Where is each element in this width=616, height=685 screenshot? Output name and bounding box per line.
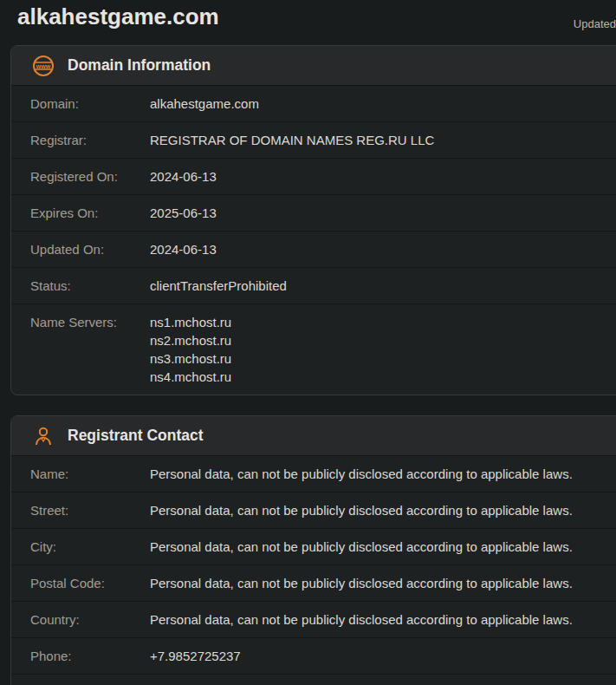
registrant-contact-title: Registrant Contact: [68, 427, 204, 445]
field-row: Country:Personal data, can not be public…: [11, 602, 616, 638]
field-value: ns1.mchost.ru ns2.mchost.ru ns3.mchost.r…: [150, 313, 231, 386]
domain-information-header: www Domain Information: [11, 46, 616, 86]
page-header: alkahestgame.com Updated: [0, 0, 616, 45]
field-label: Registrar:: [30, 131, 150, 149]
field-row: Postal Code:Personal data, can not be pu…: [11, 565, 616, 602]
field-row: Registered On:2024-06-13: [11, 159, 616, 195]
registrant-contact-rows: Name:Personal data, can not be publicly …: [11, 456, 616, 685]
field-value: alkahestgame.com: [150, 95, 259, 113]
field-row: Name:Personal data, can not be publicly …: [11, 456, 616, 493]
field-value: Personal data, can not be publicly discl…: [150, 538, 573, 556]
field-row: Updated On:2024-06-13: [11, 232, 616, 268]
field-row: Domain:alkahestgame.com: [11, 86, 616, 122]
field-label: City:: [30, 538, 150, 556]
field-value: Personal data, can not be publicly discl…: [150, 610, 573, 629]
field-value: REGISTRAR OF DOMAIN NAMES REG.RU LLC: [150, 131, 434, 149]
field-row: Status:clientTransferProhibited: [11, 268, 616, 304]
field-value: 2024-06-13: [150, 240, 217, 258]
field-label: Country:: [30, 610, 150, 629]
domain-information-title: Domain Information: [68, 56, 211, 75]
field-value: clientTransferProhibited: [150, 277, 287, 295]
field-value: 2024-06-13: [150, 167, 217, 186]
field-value: Personal data, can not be publicly discl…: [150, 465, 573, 483]
page-title: alkahestgame.com: [17, 3, 219, 30]
domain-information-card: www Domain Information Domain:alkahestga…: [10, 45, 616, 395]
field-value: 2025-06-13: [150, 204, 217, 222]
field-label: Postal Code:: [30, 574, 150, 592]
field-label: Status:: [30, 277, 150, 295]
field-row: Street:Personal data, can not be publicl…: [11, 493, 616, 529]
field-row: Phone:+7.9852725237: [11, 638, 616, 675]
field-label: Updated On:: [30, 240, 150, 258]
globe-www-icon: www: [32, 55, 55, 77]
field-label: Name Servers:: [30, 313, 150, 331]
whois-page: { "page": { "title": "alkahestgame.com",…: [0, 0, 616, 685]
field-label: Street:: [30, 501, 150, 519]
field-row: City:Personal data, can not be publicly …: [11, 529, 616, 565]
field-row: Registrar:REGISTRAR OF DOMAIN NAMES REG.…: [11, 122, 616, 159]
field-row: Email:ko_lena@mail.ru: [11, 675, 616, 685]
svg-text:www: www: [36, 62, 51, 68]
field-value: +7.9852725237: [150, 647, 241, 665]
registrant-contact-header: Registrant Contact: [11, 416, 616, 456]
field-label: Domain:: [30, 95, 150, 113]
field-row: Name Servers:ns1.mchost.ru ns2.mchost.ru…: [11, 304, 616, 395]
field-label: Phone:: [30, 647, 150, 665]
field-row: Expires On:2025-06-13: [11, 195, 616, 232]
field-label: Name:: [30, 465, 150, 483]
updated-label: Updated: [574, 17, 616, 30]
field-value: Personal data, can not be publicly discl…: [150, 574, 573, 592]
registrant-contact-card: Registrant Contact Name:Personal data, c…: [10, 415, 616, 685]
field-label: Expires On:: [30, 204, 150, 222]
domain-information-rows: Domain:alkahestgame.comRegistrar:REGISTR…: [11, 86, 616, 395]
field-value: Personal data, can not be publicly discl…: [150, 501, 573, 519]
field-label: Registered On:: [30, 167, 150, 186]
person-icon: [32, 425, 55, 447]
